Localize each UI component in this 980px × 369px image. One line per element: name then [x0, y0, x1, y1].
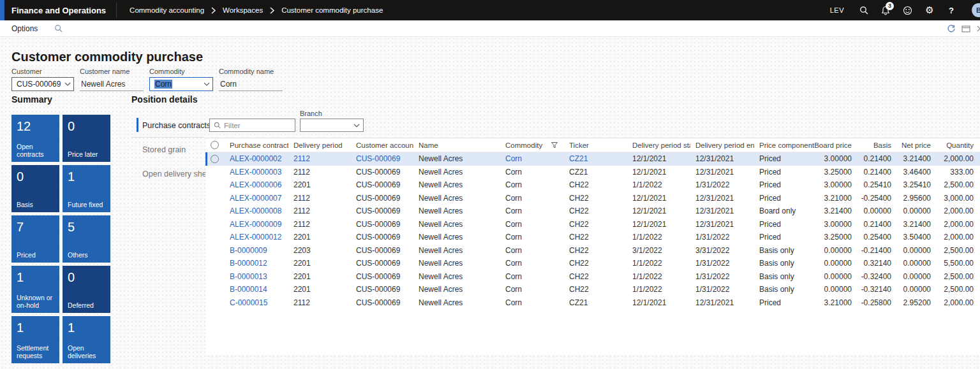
contract-number-link[interactable]: ALEX-0000003	[225, 168, 288, 177]
cell: Corn	[500, 298, 564, 307]
cell: 5,500.00	[932, 259, 975, 268]
cell: 3.25410	[893, 180, 932, 189]
column-header-net-price[interactable]: Net price	[893, 141, 932, 149]
commodity-combobox[interactable]: Corn	[149, 77, 213, 91]
contract-number-link[interactable]: ALEX-0000002	[225, 154, 288, 163]
chevron-down-icon[interactable]	[64, 82, 71, 86]
environment-label[interactable]: LEV	[821, 6, 853, 14]
table-row[interactable]: ALEX-00000062201CUS-000069Newell AcresCo…	[205, 178, 980, 192]
table-row[interactable]: B-00000092203CUS-000069Newell AcresCornC…	[205, 244, 980, 257]
column-header-name[interactable]: Name	[413, 141, 500, 149]
cell: Newell Acres	[413, 180, 500, 189]
summary-tile-open-contracts[interactable]: 12Open contracts	[11, 115, 59, 162]
summary-tile-unknown-or-on-hold[interactable]: 1Unknown or on-hold	[11, 266, 59, 313]
summary-tile-price-later[interactable]: 0Price later	[63, 115, 110, 162]
cell: Priced	[754, 298, 815, 307]
cell: CH22	[564, 233, 627, 242]
summary-tile-priced[interactable]: 7Priced	[11, 215, 59, 263]
table-row[interactable]: ALEX-00000022112CUS-000069Newell AcresCo…	[205, 152, 980, 166]
column-header-ticker[interactable]: Ticker	[564, 141, 627, 149]
table-row[interactable]: ALEX-00000092112CUS-000069Newell AcresCo…	[205, 218, 980, 231]
help-icon[interactable]: ?	[940, 0, 962, 20]
table-row[interactable]: C-00000152112CUS-000069Newell AcresCornC…	[205, 296, 980, 310]
summary-tile-others[interactable]: 5Others	[63, 215, 110, 263]
contract-number-link[interactable]: ALEX-0000009	[225, 220, 288, 229]
cell: 2201	[288, 259, 351, 268]
column-header-commodity[interactable]: Commodity	[500, 141, 564, 149]
commodity-value: Corn	[154, 80, 172, 89]
grid-filter-box	[209, 119, 295, 132]
breadcrumb-module[interactable]: Commodity accounting	[130, 6, 204, 14]
table-row[interactable]: B-00000142201CUS-000069Newell AcresCornC…	[205, 283, 980, 296]
summary-tile-basis[interactable]: 0Basis	[11, 165, 59, 212]
cell: 0.21400	[853, 220, 893, 229]
avatar[interactable]: B	[972, 3, 980, 17]
column-header-board-price[interactable]: Board price	[815, 141, 853, 149]
row-select-radio[interactable]	[211, 155, 219, 163]
table-row[interactable]: ALEX-00000082112CUS-000069Newell AcresCo…	[205, 205, 980, 218]
filter-funnel-icon[interactable]	[551, 142, 558, 148]
column-header-delivery-period-end-date[interactable]: Delivery period end date	[690, 141, 754, 149]
summary-tile-settlement-requests[interactable]: 1Settlement requests	[11, 316, 59, 363]
contract-number-link[interactable]: ALEX-0000012	[225, 233, 288, 242]
summary-tile-future-fixed[interactable]: 1Future fixed	[63, 165, 110, 212]
gear-icon[interactable]: ⚙	[919, 0, 940, 20]
cell: 2,000.00	[932, 206, 975, 215]
cell: 2112	[288, 298, 351, 307]
column-header-price-component-type[interactable]: Price component type	[754, 141, 815, 149]
cell: CH22	[564, 272, 627, 281]
tab-purchase-contracts[interactable]: Purchase contracts	[131, 113, 204, 138]
cell: 2,000.00	[932, 220, 975, 229]
workspace-page: Customer commodity purchase Customer CUS…	[0, 37, 980, 369]
column-header-quantity[interactable]: Quantity	[932, 141, 975, 149]
cell: 3.25000	[815, 168, 853, 177]
grid-filter-input[interactable]	[224, 122, 291, 129]
cell: Board only	[754, 206, 815, 215]
action-pane: Options	[0, 20, 980, 37]
notifications-bell-icon[interactable]: 3	[875, 0, 896, 20]
search-icon[interactable]	[853, 0, 875, 20]
contract-number-link[interactable]: C-0000015	[225, 298, 288, 307]
cell: 1/31/2022	[690, 272, 754, 281]
column-header-delivery-period[interactable]: Delivery period	[288, 141, 351, 149]
summary-tile-open-deliveries[interactable]: 1Open deliveries	[63, 316, 110, 363]
column-header-delivery-period-start-date[interactable]: Delivery period start date	[627, 141, 690, 149]
tab-stored-grain[interactable]: Stored grain	[131, 138, 204, 162]
chevron-down-icon[interactable]	[353, 124, 360, 127]
contract-number-link[interactable]: B-0000014	[225, 285, 288, 294]
summary-tile-deferred[interactable]: 0Deferred	[63, 266, 110, 313]
tab-open-delivery-sheets[interactable]: Open delivery sheets	[131, 162, 204, 186]
table-row[interactable]: B-00000132201CUS-000069Newell AcresCornC…	[205, 270, 980, 284]
contract-number-link[interactable]: ALEX-0000008	[225, 206, 288, 215]
chevron-right-icon	[269, 7, 275, 14]
column-header-customer-account[interactable]: Customer account	[351, 141, 413, 149]
column-label: Board price	[815, 141, 852, 149]
refresh-icon[interactable]	[947, 24, 956, 33]
feedback-smiley-icon[interactable]	[896, 0, 918, 20]
breadcrumb-workspaces[interactable]: Workspaces	[223, 6, 263, 14]
table-row[interactable]: ALEX-00000122201CUS-000069Newell AcresCo…	[205, 231, 980, 244]
branch-combobox[interactable]	[300, 119, 364, 132]
contract-number-link[interactable]: B-0000009	[225, 246, 288, 255]
options-button[interactable]: Options	[0, 24, 38, 33]
open-in-window-icon[interactable]	[961, 25, 970, 33]
contract-number-link[interactable]: ALEX-0000006	[225, 180, 288, 189]
cell: CH22	[564, 285, 627, 294]
table-row[interactable]: ALEX-00000032112CUS-000069Newell AcresCo…	[205, 166, 980, 179]
breadcrumb-page[interactable]: Customer commodity purchase	[281, 6, 383, 14]
table-row[interactable]: ALEX-00000072112CUS-000069Newell AcresCo…	[205, 192, 980, 205]
table-row[interactable]: B-00000122201CUS-000069Newell AcresCornC…	[205, 257, 980, 270]
select-all-radio[interactable]	[211, 141, 219, 149]
search-icon[interactable]	[54, 24, 63, 33]
customer-name-field[interactable]: Newell Acres	[80, 77, 144, 91]
tile-label: Open deliveries	[68, 344, 105, 359]
close-pane-icon[interactable]	[976, 25, 980, 33]
customer-combobox[interactable]: CUS-000069	[11, 77, 74, 91]
contract-number-link[interactable]: B-0000012	[225, 259, 288, 268]
contract-number-link[interactable]: ALEX-0000007	[225, 194, 288, 203]
contract-number-link[interactable]: B-0000013	[225, 272, 288, 281]
column-header-purchase-contract-nu-[interactable]: Purchase contract nu...↑	[225, 141, 288, 149]
app-title[interactable]: Finance and Operations	[4, 0, 116, 20]
cell: 1/1/2022	[627, 233, 690, 242]
column-header-basis[interactable]: Basis	[853, 141, 893, 149]
